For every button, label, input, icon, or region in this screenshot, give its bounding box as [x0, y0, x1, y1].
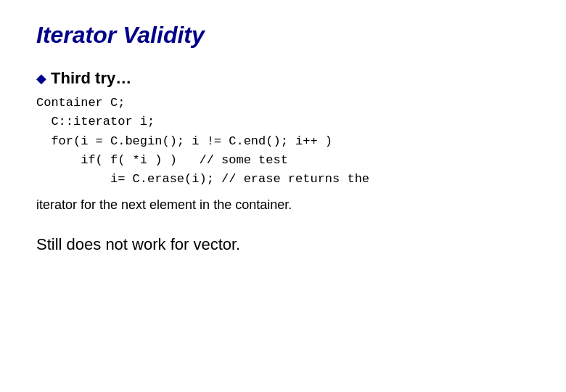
bullet-point: ◆ Third try…	[36, 69, 530, 88]
code-line-3: for(i = C.begin(); i != C.end(); i++ )	[36, 132, 530, 151]
code-line-5: i= C.erase(i); // erase returns the	[36, 170, 530, 189]
bullet-text: Third try…	[51, 69, 131, 88]
code-line-1: Container C;	[36, 94, 530, 113]
code-block: Container C; C::iterator i; for(i = C.be…	[36, 94, 530, 189]
slide: Iterator Validity ◆ Third try… Container…	[0, 0, 566, 392]
code-line-2: C::iterator i;	[36, 113, 530, 131]
prose-text: iterator for the next element in the con…	[36, 195, 530, 215]
bullet-diamond: ◆	[36, 70, 46, 86]
footer-text: Still does not work for vector.	[36, 235, 530, 254]
slide-title: Iterator Validity	[36, 22, 530, 49]
code-line-4: if( f( *i ) ) // some test	[36, 151, 530, 170]
